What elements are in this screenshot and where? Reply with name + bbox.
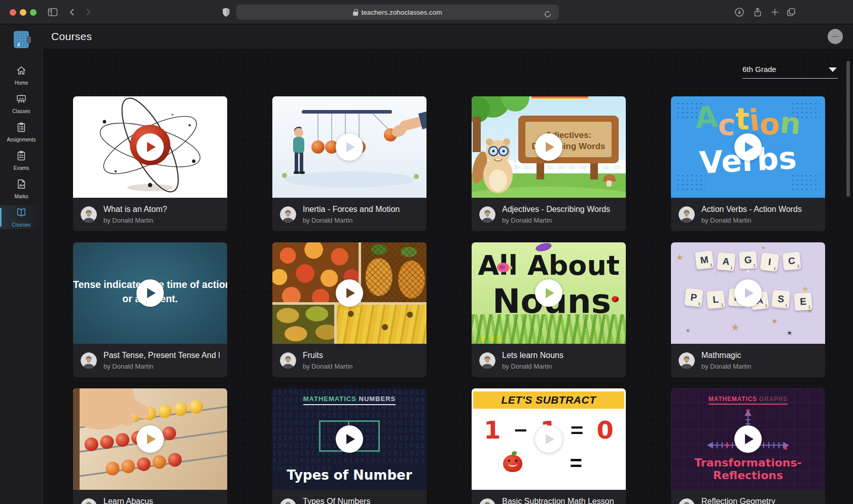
course-thumbnail[interactable] (272, 242, 426, 344)
dots-decoration (791, 173, 820, 193)
course-info: What is an Atom? by Donald Martin (73, 198, 227, 231)
course-card-adjectives[interactable]: Adjectives: Describing Words (472, 96, 626, 231)
course-thumbnail[interactable]: All About Nouns (472, 242, 626, 344)
course-card-action-verbs[interactable]: Action Verbs Action Verbs - Action Words… (671, 96, 825, 231)
play-icon[interactable] (535, 425, 562, 453)
classes-icon (16, 93, 27, 106)
course-card-abacus[interactable]: Learn Abacus by Donald Martin (73, 388, 227, 504)
bananas-photo-region (334, 302, 426, 344)
sidebar-item-classes[interactable]: Classes (0, 92, 43, 116)
zoom-window-button[interactable] (30, 9, 37, 16)
back-icon[interactable] (66, 6, 78, 18)
course-title: Fruits (303, 351, 352, 360)
marks-icon: A+ (16, 178, 27, 192)
abacus-beads-row (105, 452, 183, 477)
thumbnail-heading: Transformations-Reflections (671, 456, 825, 482)
chevron-down-icon (829, 67, 837, 72)
minimize-window-button[interactable] (20, 9, 26, 16)
course-card-nouns[interactable]: All About Nouns Lets learn Nouns by Dona… (472, 242, 626, 377)
play-icon[interactable] (535, 279, 562, 307)
grade-filter-select[interactable]: 6th Grade (742, 65, 838, 79)
sidebar-item-assignments[interactable]: Assignments (0, 120, 43, 144)
url-text: teachers.zohoclasses.com (361, 9, 442, 16)
sidebar-item-courses[interactable]: Courses (0, 205, 43, 229)
exams-icon (16, 150, 27, 163)
course-thumbnail[interactable]: MATHEMATICS NUMBERS Types of Number (272, 388, 426, 490)
course-thumbnail[interactable]: M3 A1 G2 I1 C3 P3 L1 E1 A1 S1 E1 (671, 242, 825, 344)
course-thumbnail[interactable]: Adjectives: Describing Words (472, 96, 626, 198)
zoho-classes-logo: z (14, 31, 29, 48)
course-thumbnail[interactable]: Tense indicates the time of action or an… (73, 242, 227, 344)
course-info: Learn Abacus by Donald Martin (73, 490, 227, 504)
course-title: Mathmagic (701, 351, 751, 360)
course-card-past-tense[interactable]: Tense indicates the time of action or an… (73, 242, 227, 377)
header-action-button[interactable] (828, 29, 843, 44)
play-icon[interactable] (336, 133, 363, 161)
refresh-icon[interactable] (542, 8, 554, 20)
play-icon[interactable] (336, 279, 363, 307)
course-info: Lets learn Nouns by Donald Martin (472, 344, 626, 377)
thumbnail-kicker: MATHEMATICS NUMBERS (272, 395, 426, 405)
course-info: Past Tense, Present Tense And Fu... by D… (73, 344, 227, 377)
play-icon[interactable] (535, 133, 562, 161)
author-avatar (81, 498, 97, 504)
sidebar-item-home[interactable]: Home (0, 63, 43, 87)
star-icon (713, 272, 717, 277)
share-icon[interactable] (752, 6, 764, 18)
course-info: Fruits by Donald Martin (272, 344, 426, 377)
course-info: Types Of Numbers by Donald Martin (272, 490, 426, 504)
course-card-subtraction[interactable]: LET'S SUBTRACT 1 − 1 = 0 = Basic Subtrac… (472, 388, 626, 504)
thumbnail-kicker: MATHEMATICS GRAPHS (671, 395, 825, 405)
course-card-what-is-an-atom[interactable]: What is an Atom? by Donald Martin (73, 96, 227, 231)
course-author: by Donald Martin (303, 363, 352, 370)
play-icon[interactable] (136, 279, 164, 307)
course-card-inertia[interactable]: Inertia - Forces and Motion by Donald Ma… (272, 96, 426, 231)
course-thumbnail[interactable]: MATHEMATICS GRAPHS (671, 388, 825, 490)
sidebar-toggle-icon[interactable] (47, 6, 59, 18)
course-title: Basic Subtraction Math Lesson (502, 497, 614, 504)
sidebar-item-label: Classes (12, 109, 30, 114)
author-avatar (280, 206, 296, 223)
course-card-fruits[interactable]: Fruits by Donald Martin (272, 242, 426, 377)
course-thumbnail[interactable]: LET'S SUBTRACT 1 − 1 = 0 = (472, 388, 626, 490)
course-title: Inertia - Forces and Motion (303, 205, 400, 214)
tab-overview-icon[interactable] (785, 6, 797, 18)
sidebar-item-marks[interactable]: A+ Marks (0, 177, 43, 201)
play-icon[interactable] (136, 133, 164, 161)
course-card-mathmagic[interactable]: M3 A1 G2 I1 C3 P3 L1 E1 A1 S1 E1 (671, 242, 825, 377)
forward-icon[interactable] (82, 6, 94, 18)
course-thumbnail[interactable] (73, 388, 227, 490)
grade-filter-value: 6th Grade (742, 65, 776, 74)
privacy-shield-icon[interactable] (220, 6, 232, 18)
play-icon[interactable] (336, 425, 363, 453)
course-card-reflection-geometry[interactable]: MATHEMATICS GRAPHS (671, 388, 825, 504)
star-icon (731, 322, 739, 332)
author-avatar (679, 498, 695, 504)
address-bar[interactable]: teachers.zohoclasses.com (236, 5, 559, 20)
scrabble-tiles-magic: M3 A1 G2 I1 C3 (671, 251, 825, 269)
browser-chrome: teachers.zohoclasses.com (0, 0, 853, 24)
new-tab-icon[interactable] (769, 6, 781, 18)
course-info: Inertia - Forces and Motion by Donald Ma… (272, 198, 426, 231)
sidebar-item-label: Assignments (7, 137, 35, 142)
course-thumbnail[interactable] (73, 96, 227, 198)
author-avatar (479, 352, 495, 369)
vertical-scrollbar[interactable] (846, 61, 850, 197)
author-avatar (81, 352, 97, 369)
play-icon[interactable] (734, 133, 762, 161)
course-card-types-of-numbers[interactable]: MATHEMATICS NUMBERS Types of Number Type… (272, 388, 426, 504)
sidebar-item-exams[interactable]: Exams (0, 149, 43, 172)
play-icon[interactable] (734, 279, 762, 307)
play-icon[interactable] (734, 425, 762, 453)
course-thumbnail[interactable] (272, 96, 426, 198)
close-window-button[interactable] (10, 9, 16, 16)
abacus-frame (73, 388, 80, 490)
download-icon[interactable] (733, 6, 745, 18)
star-icon (746, 269, 750, 273)
course-info: Action Verbs - Action Words by Donald Ma… (671, 198, 825, 231)
course-author: by Donald Martin (701, 217, 802, 224)
course-thumbnail[interactable]: Action Verbs (671, 96, 825, 198)
sidebar-item-label: Exams (14, 165, 29, 171)
play-icon[interactable] (136, 425, 164, 453)
course-title: What is an Atom? (103, 205, 167, 214)
